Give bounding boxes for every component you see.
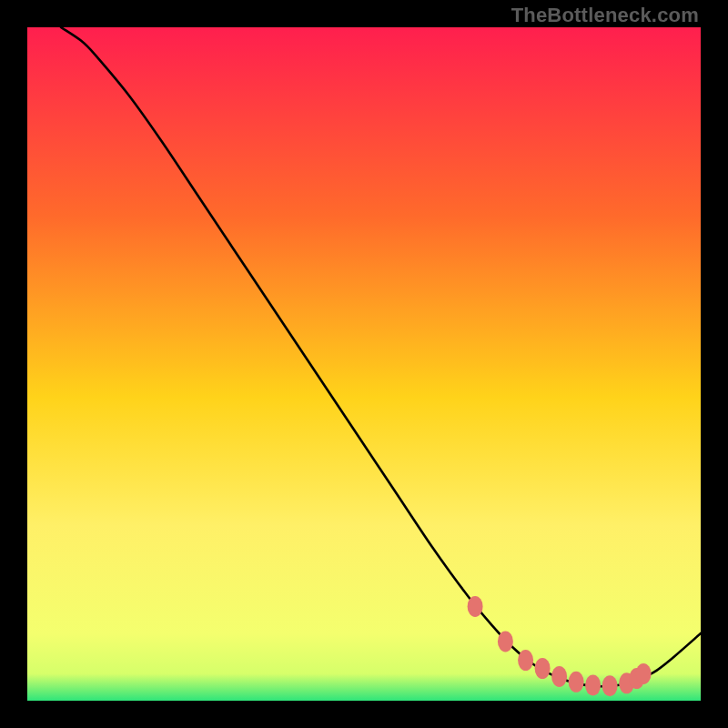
plot-area xyxy=(27,27,701,701)
marker-dot xyxy=(569,672,584,693)
chart-frame: { "watermark": "TheBottleneck.com", "col… xyxy=(0,0,728,728)
marker-dot xyxy=(585,675,601,696)
marker-dot xyxy=(602,675,618,696)
marker-dot xyxy=(468,596,483,617)
watermark-text: TheBottleneck.com xyxy=(511,4,699,27)
chart-svg xyxy=(27,27,701,701)
marker-dot xyxy=(498,631,513,652)
marker-dot xyxy=(636,663,652,684)
marker-dot xyxy=(535,658,551,679)
marker-dot xyxy=(518,650,533,671)
gradient-bg xyxy=(27,27,701,701)
marker-dot xyxy=(551,666,567,687)
